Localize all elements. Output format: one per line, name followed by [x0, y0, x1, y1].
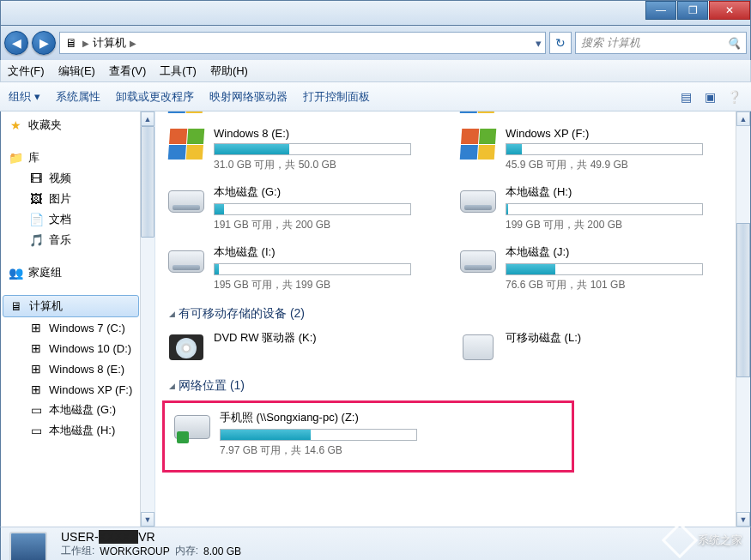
- network-drive-icon: [174, 415, 210, 439]
- scroll-up-icon[interactable]: ▲: [141, 111, 154, 126]
- sidebar-homegroup[interactable]: 👥 家庭组: [1, 262, 141, 283]
- drive-item[interactable]: Windows 8 (E:) 31.0 GB 可用，共 50.0 GB: [162, 123, 437, 181]
- scrollbar-thumb[interactable]: [736, 223, 750, 377]
- sidebar-scrollbar[interactable]: ▲ ▼: [140, 111, 154, 527]
- windows-icon: [168, 129, 205, 160]
- windows-icon: ⊞: [28, 361, 44, 376]
- video-icon: 🎞: [28, 171, 44, 186]
- search-input[interactable]: 搜索 计算机 🔍: [575, 32, 747, 54]
- drive-stat: 7.97 GB 可用，共 14.6 GB: [220, 443, 565, 458]
- view-mode-icon[interactable]: ▤: [677, 90, 694, 104]
- drive-item[interactable]: 本地磁盘 (H:) 199 GB 可用，共 200 GB: [454, 181, 729, 241]
- sidebar-computer[interactable]: 🖥 计算机: [3, 295, 139, 317]
- menu-edit[interactable]: 编辑(E): [58, 63, 95, 79]
- drive-item[interactable]: DVD RW 驱动器 (K:): [162, 327, 437, 373]
- breadcrumb-sep-icon: ▶: [82, 39, 89, 48]
- breadcrumb-location[interactable]: 计算机: [93, 35, 126, 51]
- drive-item[interactable]: 本地磁盘 (I:) 195 GB 可用，共 199 GB: [162, 241, 437, 301]
- drive-name: 可移动磁盘 (L:): [506, 330, 725, 346]
- minimize-button[interactable]: —: [645, 1, 676, 20]
- sidebar-item-drive-h[interactable]: ▭本地磁盘 (H:): [1, 420, 141, 441]
- preview-pane-icon[interactable]: ▣: [701, 90, 718, 104]
- forward-button[interactable]: ▶: [32, 31, 56, 55]
- drive-usage-bar: [506, 143, 703, 155]
- windows-icon: ⊞: [28, 320, 44, 335]
- content-scrollbar[interactable]: ▲ ▼: [736, 111, 750, 527]
- sidebar-favorites[interactable]: ★ 收藏夹: [1, 115, 141, 135]
- sidebar-item-music[interactable]: 🎵音乐: [1, 230, 141, 250]
- drive-item[interactable]: 40.8 GB 可用，共 60.0 GB: [162, 111, 437, 123]
- back-button[interactable]: ◀: [4, 31, 28, 55]
- computer-icon: 🖥: [9, 298, 24, 314]
- windows-icon: ⊞: [28, 340, 44, 356]
- sidebar-computer-label: 计算机: [29, 298, 63, 314]
- address-dropdown-icon[interactable]: ▾: [536, 37, 542, 50]
- library-icon: 📁: [8, 150, 23, 166]
- sidebar-item-pictures[interactable]: 🖼图片: [1, 189, 141, 209]
- main-area: ★ 收藏夹 📁 库 🎞视频 🖼图片 📄文档 🎵音乐 👥 家庭组: [0, 111, 751, 527]
- hdd-icon: [460, 190, 496, 213]
- drive-usage-bar: [220, 429, 417, 441]
- menu-tools[interactable]: 工具(T): [160, 63, 197, 79]
- sidebar-item-documents[interactable]: 📄文档: [1, 209, 141, 230]
- drive-item[interactable]: Windows XP (F:) 45.9 GB 可用，共 49.9 GB: [454, 123, 729, 181]
- drive-stat: 40.8 GB 可用，共 60.0 GB: [214, 111, 433, 113]
- sidebar-item-drive-e[interactable]: ⊞Windows 8 (E:): [1, 358, 141, 379]
- section-removable-devices[interactable]: 有可移动存储的设备 (2): [162, 301, 733, 327]
- address-bar[interactable]: 🖥 ▶ 计算机 ▶ ▾: [59, 32, 546, 54]
- toolbar-control-panel[interactable]: 打开控制面板: [303, 89, 370, 105]
- document-icon: 📄: [28, 212, 44, 227]
- search-placeholder: 搜索 计算机: [581, 35, 640, 51]
- drive-item[interactable]: 53.4 GB 可用，共 69.9 GB: [454, 111, 729, 123]
- drive-usage-bar: [214, 143, 411, 155]
- scrollbar-thumb[interactable]: [141, 126, 154, 238]
- section-network-locations[interactable]: 网络位置 (1): [162, 373, 733, 399]
- menu-view[interactable]: 查看(V): [109, 63, 146, 79]
- scroll-up-icon[interactable]: ▲: [736, 111, 750, 126]
- menu-help[interactable]: 帮助(H): [210, 63, 248, 79]
- sidebar-item-videos[interactable]: 🎞视频: [1, 168, 141, 189]
- drive-item[interactable]: 本地磁盘 (J:) 76.6 GB 可用，共 101 GB: [454, 241, 729, 301]
- toolbar-organize[interactable]: 组织 ▾: [9, 89, 40, 105]
- drive-name: 本地磁盘 (J:): [506, 244, 725, 260]
- toolbar-system-properties[interactable]: 系统属性: [56, 89, 100, 105]
- help-icon[interactable]: ❔: [725, 90, 742, 104]
- music-icon: 🎵: [28, 232, 44, 248]
- drive-stat: 53.4 GB 可用，共 69.9 GB: [506, 111, 725, 113]
- drive-name: 本地磁盘 (G:): [214, 184, 433, 200]
- drive-name: Windows 8 (E:): [214, 127, 433, 140]
- close-button[interactable]: ✕: [709, 1, 750, 20]
- drive-usage-bar: [506, 263, 703, 275]
- drive-stat: 45.9 GB 可用，共 49.9 GB: [506, 158, 725, 172]
- sidebar-item-drive-c[interactable]: ⊞Windows 7 (C:): [1, 317, 141, 338]
- menu-file[interactable]: 文件(F): [8, 63, 45, 79]
- toolbar-map-network-drive[interactable]: 映射网络驱动器: [209, 89, 288, 105]
- sidebar-item-drive-f[interactable]: ⊞Windows XP (F:): [1, 379, 141, 400]
- drive-item[interactable]: 可移动磁盘 (L:): [454, 327, 729, 373]
- toolbar-uninstall[interactable]: 卸载或更改程序: [116, 89, 194, 105]
- windows-icon: [168, 111, 205, 113]
- sidebar-item-drive-d[interactable]: ⊞Windows 10 (D:): [1, 338, 141, 358]
- search-icon: 🔍: [727, 37, 741, 50]
- details-pane: USER-XXXXXVR 工作组: WORKGROUP 内存: 8.00 GB …: [0, 527, 751, 560]
- drive-name: 本地磁盘 (I:): [214, 244, 433, 260]
- scroll-down-icon[interactable]: ▼: [736, 512, 750, 527]
- computer-icon: 🖥: [64, 35, 79, 51]
- drive-item[interactable]: 本地磁盘 (G:) 191 GB 可用，共 200 GB: [162, 181, 437, 241]
- toolbar: 组织 ▾ 系统属性 卸载或更改程序 映射网络驱动器 打开控制面板 ▤ ▣ ❔: [0, 82, 751, 111]
- menu-bar: 文件(F) 编辑(E) 查看(V) 工具(T) 帮助(H): [0, 60, 751, 82]
- details-workgroup-label: 工作组:: [61, 544, 94, 558]
- maximize-button[interactable]: ❐: [677, 1, 708, 20]
- drive-stat: 199 GB 可用，共 200 GB: [506, 218, 725, 232]
- picture-icon: 🖼: [28, 191, 44, 207]
- drive-name: DVD RW 驱动器 (K:): [214, 330, 433, 346]
- sidebar-item-drive-g[interactable]: ▭本地磁盘 (G:): [1, 400, 141, 420]
- drive-stat: 76.6 GB 可用，共 101 GB: [506, 278, 725, 292]
- homegroup-icon: 👥: [8, 265, 23, 280]
- scroll-down-icon[interactable]: ▼: [141, 512, 154, 527]
- dvd-icon: [169, 334, 203, 360]
- windows-icon: ⊞: [28, 382, 44, 397]
- drive-item-network[interactable]: 手机照 (\\Songxiang-pc) (Z:) 7.97 GB 可用，共 1…: [168, 406, 568, 467]
- refresh-button[interactable]: ↻: [549, 32, 572, 54]
- sidebar-libraries[interactable]: 📁 库: [1, 148, 141, 168]
